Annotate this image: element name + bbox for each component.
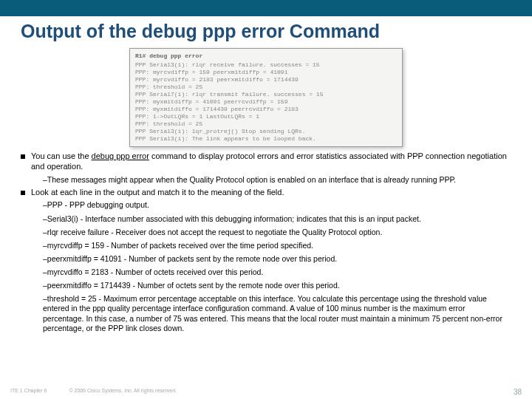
page-number: 38 — [514, 388, 522, 396]
content-area: You can use the debug ppp error command … — [0, 151, 532, 333]
footer-copyright: © 2006 Cisco Systems, Inc. All rights re… — [47, 388, 513, 396]
bullet-square-icon — [21, 154, 25, 159]
top-bar — [0, 0, 532, 16]
bullet-item: Look at each line in the output and matc… — [21, 188, 511, 198]
bullet-square-icon — [21, 191, 25, 195]
terminal-line: PPP: threshold = 25 — [135, 83, 397, 91]
bullet-text: You can use the debug ppp error command … — [31, 151, 511, 172]
terminal-line: PPP: myrcvdiffo = 2183 peerxmitdiffo = 1… — [135, 76, 397, 83]
terminal-box: R1# debug ppp error PPP Serial3(i): rlqr… — [129, 48, 403, 147]
terminal-line: PPP Serial7(i): rlqr transmit failure. s… — [135, 91, 397, 98]
footer-left: ITE 1 Chapter 6 — [10, 388, 47, 396]
bullet-item: You can use the debug ppp error command … — [21, 151, 511, 172]
sub-bullet: –These messages might appear when the Qu… — [43, 175, 504, 185]
sub-bullet: –myrcvdiffp = 159 - Number of packets re… — [43, 241, 504, 250]
terminal-line: PPP: threshold = 25 — [135, 120, 397, 128]
sub-bullet: –myrcvdiffo = 2183 - Number of octets re… — [43, 267, 504, 277]
command-text: debug ppp error — [92, 151, 149, 160]
bullet-text: Look at each line in the output and matc… — [31, 188, 511, 198]
terminal-line: PPP: myxmitdiffp = 41091 peerrcvdiffp = … — [135, 98, 397, 106]
page-title: Output of the debug ppp error Command — [0, 16, 532, 45]
terminal-screenshot: R1# debug ppp error PPP Serial3(i): rlqr… — [129, 48, 403, 147]
sub-bullet: –Serial3(i) - Interface number associate… — [43, 214, 504, 224]
terminal-line: PPP: myrcvdiffp = 159 peerxmitdiffp = 41… — [135, 69, 397, 76]
sub-bullet: –peerxmitdiffo = 1714439 - Number of oct… — [43, 281, 504, 290]
footer: ITE 1 Chapter 6 © 2006 Cisco Systems, In… — [0, 388, 532, 396]
terminal-line: PPP Serial3(i): rlqr receive failure. su… — [135, 61, 397, 69]
sub-bullet: –peerxmitdiffp = 41091 - Number of packe… — [43, 254, 504, 264]
terminal-line: PPP Serial3(i): lqr_protrej() Stop sendi… — [135, 128, 397, 135]
sub-bullet: –rlqr receive failure - Receiver does no… — [43, 228, 504, 237]
bullet-text-pre: Look at each line in the output and matc… — [31, 188, 284, 197]
bullet-text-pre: You can use the — [31, 151, 92, 160]
terminal-header: R1# debug ppp error — [135, 52, 397, 60]
sub-bullet: –threshold = 25 - Maximum error percenta… — [43, 294, 504, 333]
terminal-line: PPP Serial3(i): The link appears to be l… — [135, 135, 397, 143]
sub-bullet: –PPP - PPP debugging output. — [43, 200, 504, 210]
terminal-line: PPP: myxmitdiffo = 1714439 peerrcvdiffo … — [135, 106, 397, 113]
terminal-line: PPP: 1->OutLQRs = 1 LastOutLQRs = 1 — [135, 113, 397, 120]
